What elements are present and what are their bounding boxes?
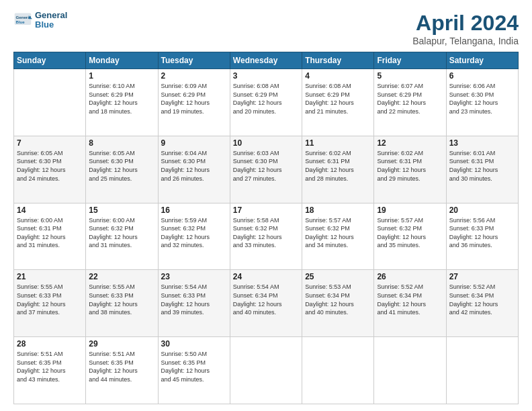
header: General Blue General Blue April 2024 Bal… (13, 11, 519, 46)
calendar-cell: 25Sunrise: 5:53 AM Sunset: 6:34 PM Dayli… (302, 270, 374, 337)
logo-text-line1: General (35, 11, 67, 20)
cell-info: Sunrise: 6:04 AM Sunset: 6:30 PM Dayligh… (161, 149, 227, 183)
day-number: 4 (305, 71, 371, 81)
cell-info: Sunrise: 5:58 AM Sunset: 6:32 PM Dayligh… (233, 216, 299, 250)
cell-info: Sunrise: 5:53 AM Sunset: 6:34 PM Dayligh… (305, 283, 371, 316)
cell-info: Sunrise: 6:05 AM Sunset: 6:30 PM Dayligh… (89, 149, 154, 183)
day-number: 8 (89, 138, 154, 148)
day-number: 1 (89, 71, 154, 81)
cell-info: Sunrise: 6:06 AM Sunset: 6:30 PM Dayligh… (449, 82, 515, 116)
calendar-cell (302, 337, 374, 404)
day-number: 17 (233, 205, 299, 215)
calendar-cell (374, 337, 446, 404)
day-number: 12 (377, 138, 443, 148)
cell-info: Sunrise: 5:52 AM Sunset: 6:34 PM Dayligh… (449, 283, 515, 316)
day-number: 9 (161, 138, 227, 148)
calendar-cell: 23Sunrise: 5:54 AM Sunset: 6:33 PM Dayli… (158, 270, 230, 337)
calendar-cell: 12Sunrise: 6:02 AM Sunset: 6:31 PM Dayli… (374, 136, 446, 203)
logo: General Blue General Blue (13, 11, 67, 30)
day-number: 3 (233, 71, 299, 81)
day-number: 6 (449, 71, 515, 81)
calendar-cell: 1Sunrise: 6:10 AM Sunset: 6:29 PM Daylig… (86, 69, 158, 136)
day-number: 27 (449, 272, 515, 281)
svg-text:Blue: Blue (16, 20, 26, 25)
cell-info: Sunrise: 5:55 AM Sunset: 6:33 PM Dayligh… (17, 283, 83, 316)
day-number: 14 (17, 205, 83, 215)
cell-info: Sunrise: 6:09 AM Sunset: 6:29 PM Dayligh… (161, 82, 227, 116)
calendar-cell: 24Sunrise: 5:54 AM Sunset: 6:34 PM Dayli… (230, 270, 302, 337)
day-number: 16 (161, 205, 227, 215)
calendar-cell: 16Sunrise: 5:59 AM Sunset: 6:32 PM Dayli… (158, 203, 230, 270)
cell-info: Sunrise: 5:50 AM Sunset: 6:35 PM Dayligh… (161, 350, 227, 383)
calendar-cell: 20Sunrise: 5:56 AM Sunset: 6:33 PM Dayli… (446, 203, 518, 270)
cell-info: Sunrise: 6:00 AM Sunset: 6:32 PM Dayligh… (89, 216, 154, 250)
day-number: 26 (377, 272, 443, 281)
day-number: 23 (161, 272, 227, 281)
calendar-cell: 28Sunrise: 5:51 AM Sunset: 6:35 PM Dayli… (14, 337, 86, 404)
cell-info: Sunrise: 6:05 AM Sunset: 6:30 PM Dayligh… (17, 149, 83, 183)
calendar-cell: 5Sunrise: 6:07 AM Sunset: 6:29 PM Daylig… (374, 69, 446, 136)
title-block: April 2024 Balapur, Telangana, India (412, 11, 519, 46)
calendar-header-row: SundayMondayTuesdayWednesdayThursdayFrid… (14, 52, 519, 69)
calendar-day-header: Wednesday (230, 52, 302, 69)
main-title: April 2024 (412, 11, 519, 36)
logo-icon: General Blue (13, 11, 32, 30)
calendar-day-header: Friday (374, 52, 446, 69)
day-number: 20 (449, 205, 515, 215)
day-number: 24 (233, 272, 299, 281)
day-number: 10 (233, 138, 299, 148)
calendar-cell: 4Sunrise: 6:08 AM Sunset: 6:29 PM Daylig… (302, 69, 374, 136)
cell-info: Sunrise: 5:51 AM Sunset: 6:35 PM Dayligh… (17, 350, 83, 383)
calendar-cell: 22Sunrise: 5:55 AM Sunset: 6:33 PM Dayli… (86, 270, 158, 337)
calendar-cell (230, 337, 302, 404)
calendar-day-header: Thursday (302, 52, 374, 69)
calendar-cell: 29Sunrise: 5:51 AM Sunset: 6:35 PM Dayli… (86, 337, 158, 404)
calendar-cell: 30Sunrise: 5:50 AM Sunset: 6:35 PM Dayli… (158, 337, 230, 404)
calendar-cell (14, 69, 86, 136)
day-number: 5 (377, 71, 443, 81)
day-number: 15 (89, 205, 154, 215)
calendar-week-row: 1Sunrise: 6:10 AM Sunset: 6:29 PM Daylig… (14, 69, 519, 136)
calendar-cell: 6Sunrise: 6:06 AM Sunset: 6:30 PM Daylig… (446, 69, 518, 136)
calendar-cell: 26Sunrise: 5:52 AM Sunset: 6:34 PM Dayli… (374, 270, 446, 337)
day-number: 21 (17, 272, 83, 281)
cell-info: Sunrise: 5:59 AM Sunset: 6:32 PM Dayligh… (161, 216, 227, 250)
calendar-cell: 3Sunrise: 6:08 AM Sunset: 6:29 PM Daylig… (230, 69, 302, 136)
cell-info: Sunrise: 6:07 AM Sunset: 6:29 PM Dayligh… (377, 82, 443, 116)
calendar-day-header: Saturday (446, 52, 518, 69)
calendar-cell: 15Sunrise: 6:00 AM Sunset: 6:32 PM Dayli… (86, 203, 158, 270)
cell-info: Sunrise: 5:54 AM Sunset: 6:33 PM Dayligh… (161, 283, 227, 316)
cell-info: Sunrise: 6:00 AM Sunset: 6:31 PM Dayligh… (17, 216, 83, 250)
cell-info: Sunrise: 5:52 AM Sunset: 6:34 PM Dayligh… (377, 283, 443, 316)
calendar-week-row: 21Sunrise: 5:55 AM Sunset: 6:33 PM Dayli… (14, 270, 519, 337)
cell-info: Sunrise: 5:51 AM Sunset: 6:35 PM Dayligh… (89, 350, 154, 383)
cell-info: Sunrise: 6:02 AM Sunset: 6:31 PM Dayligh… (305, 149, 371, 183)
calendar-cell: 11Sunrise: 6:02 AM Sunset: 6:31 PM Dayli… (302, 136, 374, 203)
cell-info: Sunrise: 5:54 AM Sunset: 6:34 PM Dayligh… (233, 283, 299, 316)
calendar-cell: 21Sunrise: 5:55 AM Sunset: 6:33 PM Dayli… (14, 270, 86, 337)
day-number: 11 (305, 138, 371, 148)
cell-info: Sunrise: 5:56 AM Sunset: 6:33 PM Dayligh… (449, 216, 515, 250)
calendar-cell: 7Sunrise: 6:05 AM Sunset: 6:30 PM Daylig… (14, 136, 86, 203)
calendar-day-header: Sunday (14, 52, 86, 69)
calendar-cell: 14Sunrise: 6:00 AM Sunset: 6:31 PM Dayli… (14, 203, 86, 270)
day-number: 22 (89, 272, 154, 281)
day-number: 25 (305, 272, 371, 281)
logo-text-line2: Blue (35, 20, 67, 30)
calendar-week-row: 14Sunrise: 6:00 AM Sunset: 6:31 PM Dayli… (14, 203, 519, 270)
page: General Blue General Blue April 2024 Bal… (0, 0, 532, 411)
day-number: 29 (89, 339, 154, 349)
calendar-table: SundayMondayTuesdayWednesdayThursdayFrid… (13, 52, 519, 404)
calendar-week-row: 28Sunrise: 5:51 AM Sunset: 6:35 PM Dayli… (14, 337, 519, 404)
cell-info: Sunrise: 5:55 AM Sunset: 6:33 PM Dayligh… (89, 283, 154, 316)
day-number: 28 (17, 339, 83, 349)
calendar-week-row: 7Sunrise: 6:05 AM Sunset: 6:30 PM Daylig… (14, 136, 519, 203)
day-number: 19 (377, 205, 443, 215)
calendar-cell: 10Sunrise: 6:03 AM Sunset: 6:30 PM Dayli… (230, 136, 302, 203)
cell-info: Sunrise: 5:57 AM Sunset: 6:32 PM Dayligh… (305, 216, 371, 250)
calendar-cell: 27Sunrise: 5:52 AM Sunset: 6:34 PM Dayli… (446, 270, 518, 337)
calendar-day-header: Monday (86, 52, 158, 69)
cell-info: Sunrise: 6:08 AM Sunset: 6:29 PM Dayligh… (305, 82, 371, 116)
cell-info: Sunrise: 5:57 AM Sunset: 6:32 PM Dayligh… (377, 216, 443, 250)
cell-info: Sunrise: 6:10 AM Sunset: 6:29 PM Dayligh… (89, 82, 154, 116)
